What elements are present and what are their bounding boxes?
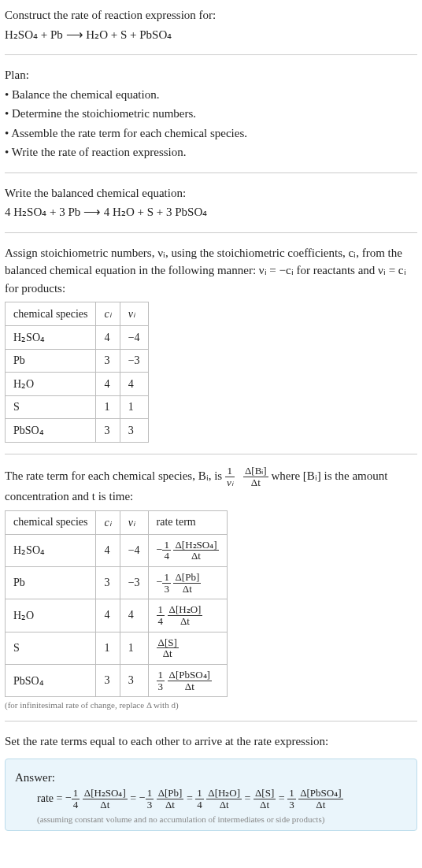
rateterm-header-nu: νᵢ [120,510,148,534]
cell-rateterm: 13 Δ[PbSO₄]Δt [148,664,227,696]
equals-sign: = [242,792,254,805]
rateterm-header-c: cᵢ [96,510,120,534]
plan-heading: Plan: [5,66,417,84]
cell-c: 3 [96,567,120,599]
cell-nu: −3 [120,567,148,599]
final-heading: Set the rate terms equal to each other t… [5,733,417,751]
cell-species: Pb [6,567,96,599]
cell-nu: −3 [120,350,148,373]
intro-title: Construct the rate of reaction expressio… [5,6,417,24]
cell-species: H₂O [6,599,96,632]
table-row: S11 [6,396,149,419]
cell-species: S [6,632,96,664]
equals-sign: = [276,792,287,805]
divider [5,54,417,55]
cell-nu: 1 [120,396,148,419]
final-caption: (assuming constant volume and no accumul… [15,814,407,824]
rate-term: −14 Δ[H₂SO₄]Δt [65,788,128,810]
divider [5,232,417,233]
rateterm-heading: The rate term for each chemical species,… [5,466,417,506]
cell-species: S [6,396,96,419]
plan-item: • Write the rate of reaction expression. [5,143,417,161]
rateterm-heading-pre: The rate term for each chemical species,… [5,469,225,482]
cell-species: PbSO₄ [6,664,96,696]
cell-nu: −4 [120,534,148,566]
cell-c: 1 [96,632,120,664]
rateterm-outer-frac: 1 νᵢ [225,466,235,488]
cell-nu: 4 [120,599,148,632]
cell-rateterm: 14 Δ[H₂O]Δt [148,599,227,632]
cell-nu: 3 [120,419,148,443]
divider [5,454,417,454]
table-row: S11Δ[S]Δt [6,632,228,664]
cell-species: H₂O [6,373,96,396]
cell-c: 1 [96,396,120,419]
table-row: Pb3−3−13 Δ[Pb]Δt [6,567,228,599]
cell-c: 4 [96,326,120,350]
rateterm-header-species: chemical species [6,510,96,534]
equals-sign: = [128,792,139,805]
stoich-header-c: cᵢ [96,302,120,326]
rate-expression: rate = −14 Δ[H₂SO₄]Δt = −13 Δ[Pb]Δt = 14… [15,788,407,810]
cell-c: 4 [96,534,120,566]
cell-species: PbSO₄ [6,419,96,443]
table-row: H₂SO₄4−4−14 Δ[H₂SO₄]Δt [6,534,228,566]
table-row: Pb3−3 [6,350,149,373]
divider [5,172,417,173]
stoich-heading: Assign stoichiometric numbers, νᵢ, using… [5,244,417,298]
stoich-header-nu: νᵢ [120,302,148,326]
rate-term: 14 Δ[H₂O]Δt [195,788,242,810]
stoich-header-species: chemical species [6,302,96,326]
cell-c: 3 [96,419,120,443]
cell-rateterm: Δ[S]Δt [148,632,227,664]
cell-nu: 3 [120,664,148,696]
divider [5,721,417,721]
table-row: PbSO₄3313 Δ[PbSO₄]Δt [6,664,228,696]
answer-label: Answer: [15,769,407,787]
rateterm-inner-frac: Δ[Bᵢ] Δt [243,466,268,488]
table-row: H₂O4414 Δ[H₂O]Δt [6,599,228,632]
cell-species: H₂SO₄ [6,326,96,350]
cell-nu: 4 [120,373,148,396]
cell-species: H₂SO₄ [6,534,96,566]
cell-c: 3 [96,664,120,696]
rate-term: 13 Δ[PbSO₄]Δt [287,788,342,810]
cell-rateterm: −14 Δ[H₂SO₄]Δt [148,534,227,566]
plan-item: • Balance the chemical equation. [5,86,417,104]
unbalanced-equation: H₂SO₄ + Pb ⟶ H₂O + S + PbSO₄ [5,26,417,44]
rateterm-caption: (for infinitesimal rate of change, repla… [5,700,417,710]
balanced-equation: 4 H₂SO₄ + 3 Pb ⟶ 4 H₂O + S + 3 PbSO₄ [5,203,417,221]
plan-item: • Determine the stoichiometric numbers. [5,105,417,123]
rate-term: −13 Δ[Pb]Δt [139,788,184,810]
equals-sign: = [183,792,195,805]
rateterm-header-rate: rate term [148,510,227,534]
table-row: H₂O44 [6,373,149,396]
rate-term: Δ[S]Δt [254,788,276,810]
balanced-heading: Write the balanced chemical equation: [5,184,417,202]
cell-rateterm: −13 Δ[Pb]Δt [148,567,227,599]
cell-nu: 1 [120,632,148,664]
cell-c: 3 [96,350,120,373]
cell-c: 4 [96,599,120,632]
cell-c: 4 [96,373,120,396]
rate-label: rate = [37,792,62,805]
cell-species: Pb [6,350,96,373]
plan-item: • Assemble the rate term for each chemic… [5,124,417,143]
cell-nu: −4 [120,326,148,350]
stoich-table: chemical species cᵢ νᵢ H₂SO₄4−4Pb3−3H₂O4… [5,302,149,443]
rateterm-table: chemical species cᵢ νᵢ rate term H₂SO₄4−… [5,510,228,697]
answer-box: Answer: rate = −14 Δ[H₂SO₄]Δt = −13 Δ[Pb… [5,759,417,832]
table-row: H₂SO₄4−4 [6,326,149,350]
table-row: PbSO₄33 [6,419,149,443]
